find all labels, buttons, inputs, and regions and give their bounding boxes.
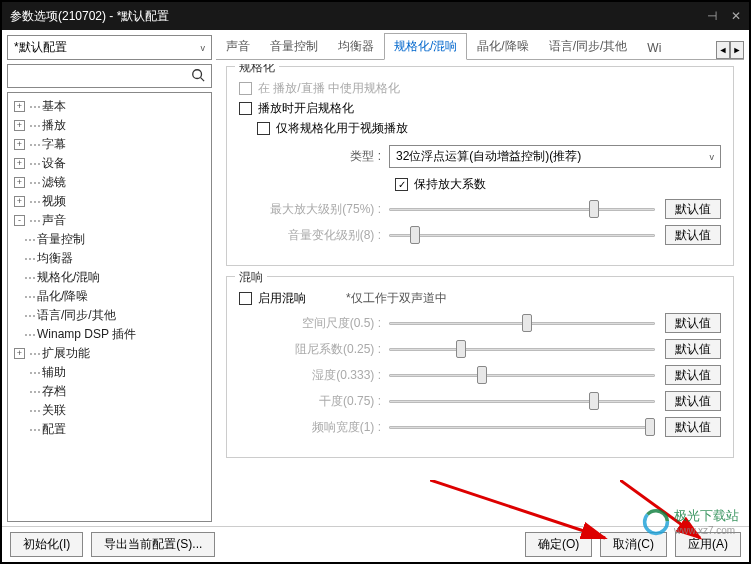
tab-scroll-left[interactable]: ◄ (716, 41, 730, 59)
type-value: 32位浮点运算(自动增益控制)(推荐) (396, 148, 581, 165)
width-slider[interactable] (389, 418, 655, 436)
tab-crystal-denoise[interactable]: 晶化/降噪 (467, 33, 538, 59)
default-button[interactable]: 默认值 (665, 365, 721, 385)
tree-item-subtitle[interactable]: +⋯字幕 (10, 135, 209, 154)
dry-slider[interactable] (389, 392, 655, 410)
wet-slider[interactable] (389, 366, 655, 384)
tree-item-volume-ctrl[interactable]: ⋯音量控制 (10, 230, 209, 249)
search-input[interactable] (7, 64, 212, 88)
tree-item-association[interactable]: ⋯关联 (10, 401, 209, 420)
expand-icon[interactable]: + (14, 158, 25, 169)
tree-item-archive[interactable]: ⋯存档 (10, 382, 209, 401)
tree-item-config[interactable]: ⋯配置 (10, 420, 209, 439)
expand-icon[interactable]: + (14, 177, 25, 188)
tree-item-lang-sync[interactable]: ⋯语言/同步/其他 (10, 306, 209, 325)
max-amp-label: 最大放大级别(75%) : (239, 201, 389, 218)
tree-item-crystal[interactable]: ⋯晶化/降噪 (10, 287, 209, 306)
checkbox-keep-coef[interactable] (395, 178, 408, 191)
apply-button[interactable]: 应用(A) (675, 532, 741, 557)
default-button[interactable]: 默认值 (665, 417, 721, 437)
default-button[interactable]: 默认值 (665, 391, 721, 411)
tree-item-video[interactable]: +⋯视频 (10, 192, 209, 211)
chevron-down-icon: v (201, 43, 206, 53)
tab-normalize-reverb[interactable]: 规格化/混响 (384, 33, 467, 60)
width-label: 频响宽度(1) : (239, 419, 389, 436)
tree-item-assist[interactable]: ⋯辅助 (10, 363, 209, 382)
bottom-bar: 初始化(I) 导出当前配置(S)... 确定(O) 取消(C) 应用(A) (2, 526, 749, 562)
collapse-icon[interactable]: - (14, 215, 25, 226)
tab-lang-sync[interactable]: 语言/同步/其他 (539, 33, 638, 59)
export-button[interactable]: 导出当前配置(S)... (91, 532, 215, 557)
tree-item-device[interactable]: +⋯设备 (10, 154, 209, 173)
tree-item-basic[interactable]: +⋯基本 (10, 97, 209, 116)
svg-point-0 (193, 69, 202, 78)
chevron-down-icon: v (710, 152, 715, 162)
window-title: 参数选项(210702) - *默认配置 (10, 8, 169, 25)
tree-item-eq[interactable]: ⋯均衡器 (10, 249, 209, 268)
init-button[interactable]: 初始化(I) (10, 532, 83, 557)
checkbox-use-in-playback[interactable] (239, 82, 252, 95)
checkbox-video-only[interactable] (257, 122, 270, 135)
search-icon (191, 68, 205, 85)
tab-volume[interactable]: 音量控制 (260, 33, 328, 59)
default-button[interactable]: 默认值 (665, 225, 721, 245)
tab-sound[interactable]: 声音 (216, 33, 260, 59)
tree-item-winamp-dsp[interactable]: ⋯Winamp DSP 插件 (10, 325, 209, 344)
expand-icon[interactable]: + (14, 139, 25, 150)
expand-icon[interactable]: + (14, 348, 25, 359)
tab-wi[interactable]: Wi (637, 36, 671, 59)
tree-item-extensions[interactable]: +⋯扩展功能 (10, 344, 209, 363)
damp-label: 阻尼系数(0.25) : (239, 341, 389, 358)
settings-tree: +⋯基本 +⋯播放 +⋯字幕 +⋯设备 +⋯滤镜 +⋯视频 -⋯声音 ⋯音量控制… (7, 92, 212, 522)
vol-change-slider[interactable] (389, 226, 655, 244)
group-title: 混响 (235, 269, 267, 286)
checkbox-enable-on-play[interactable] (239, 102, 252, 115)
config-dropdown[interactable]: *默认配置 v (7, 35, 212, 60)
config-dropdown-value: *默认配置 (14, 39, 67, 56)
ok-button[interactable]: 确定(O) (525, 532, 592, 557)
tab-bar: 声音 音量控制 均衡器 规格化/混响 晶化/降噪 语言/同步/其他 Wi ◄ ► (216, 35, 744, 60)
tab-scroll-right[interactable]: ► (730, 41, 744, 59)
default-button[interactable]: 默认值 (665, 313, 721, 333)
room-label: 空间尺度(0.5) : (239, 315, 389, 332)
type-label: 类型 : (239, 148, 389, 165)
vol-change-label: 音量变化级别(8) : (239, 227, 389, 244)
type-select[interactable]: 32位浮点运算(自动增益控制)(推荐) v (389, 145, 721, 168)
tab-eq[interactable]: 均衡器 (328, 33, 384, 59)
default-button[interactable]: 默认值 (665, 339, 721, 359)
cancel-button[interactable]: 取消(C) (600, 532, 667, 557)
pin-icon[interactable]: ⊣ (707, 9, 717, 23)
expand-icon[interactable]: + (14, 120, 25, 131)
svg-line-1 (201, 77, 205, 81)
default-button[interactable]: 默认值 (665, 199, 721, 219)
expand-icon[interactable]: + (14, 196, 25, 207)
titlebar: 参数选项(210702) - *默认配置 ⊣ ✕ (2, 2, 749, 30)
room-slider[interactable] (389, 314, 655, 332)
group-title: 规格化 (235, 64, 279, 76)
reverb-group: 混响 启用混响*仅工作于双声道中 空间尺度(0.5) : 默认值 阻尼系数(0.… (226, 276, 734, 458)
reverb-note: *仅工作于双声道中 (346, 290, 447, 307)
tree-item-playback[interactable]: +⋯播放 (10, 116, 209, 135)
normalize-group: 规格化 在 播放/直播 中使用规格化 播放时开启规格化 仅将规格化用于视频播放 … (226, 66, 734, 266)
max-amp-slider[interactable] (389, 200, 655, 218)
tree-item-sound[interactable]: -⋯声音 (10, 211, 209, 230)
tree-item-normalize[interactable]: ⋯规格化/混响 (10, 268, 209, 287)
damp-slider[interactable] (389, 340, 655, 358)
checkbox-enable-reverb[interactable] (239, 292, 252, 305)
expand-icon[interactable]: + (14, 101, 25, 112)
dry-label: 干度(0.75) : (239, 393, 389, 410)
close-icon[interactable]: ✕ (731, 9, 741, 23)
tree-item-filter[interactable]: +⋯滤镜 (10, 173, 209, 192)
wet-label: 湿度(0.333) : (239, 367, 389, 384)
